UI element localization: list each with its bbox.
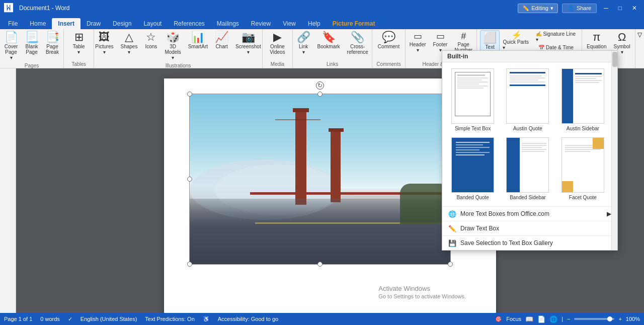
chevron-down-icon[interactable]: ▾ (550, 5, 553, 12)
symbol-dropdown-icon: ▾ (621, 49, 623, 55)
tab-design[interactable]: Design (107, 18, 137, 29)
link-dropdown-icon: ▾ (302, 49, 305, 55)
zoom-level[interactable]: 100% (626, 316, 640, 322)
handle-bottom-left[interactable] (187, 262, 192, 267)
focus-icon: 🎯 (495, 316, 502, 322)
screenshot-button[interactable]: 📷 Screenshot ▾ (232, 30, 264, 56)
textbox-banded-quote-item[interactable]: Banded Quote (445, 134, 500, 203)
save-icon: 💾 (448, 239, 456, 247)
bookmark-icon: 🔖 (322, 32, 336, 43)
share-button[interactable]: 👤 Share (562, 4, 597, 13)
handle-top-center[interactable] (317, 92, 323, 97)
document-image (190, 94, 450, 264)
title-text: Document1 - Word (19, 5, 69, 12)
tab-help[interactable]: Help (302, 18, 327, 29)
zoom-out-icon[interactable]: − (567, 316, 570, 322)
3d-models-button[interactable]: 🎲 3DModels ▾ (162, 30, 184, 62)
media-group: ▶ OnlineVideos Media (263, 29, 293, 68)
zoom-slider[interactable] (574, 318, 614, 320)
pencil-icon: ✏️ (522, 5, 529, 12)
textbox-facet-quote-item[interactable]: Facet Quote (555, 134, 610, 203)
print-layout-icon[interactable]: 📄 (537, 315, 545, 323)
dropdown-scrollbar[interactable] (611, 51, 617, 250)
textbox-austin-item[interactable]: Austin Quote (500, 65, 555, 134)
minimize-button[interactable]: ─ (601, 5, 611, 12)
table-dropdown-icon: ▾ (77, 49, 80, 55)
smartart-button[interactable]: 📊 SmartArt (185, 30, 211, 51)
tab-view[interactable]: View (277, 18, 302, 29)
bridge-tower-right (331, 129, 341, 202)
tower-cap-left (293, 108, 309, 112)
tab-picture-format[interactable]: Picture Format (327, 18, 381, 29)
shapes-icon: △ (125, 32, 133, 43)
tab-review[interactable]: Review (245, 18, 277, 29)
online-videos-button[interactable]: ▶ OnlineVideos (267, 30, 288, 56)
app-icon: 🆆 (4, 3, 13, 14)
maximize-button[interactable]: □ (615, 5, 625, 12)
text-predictions[interactable]: Text Predictions: On (145, 316, 194, 322)
handle-bottom-right[interactable] (448, 262, 453, 267)
textbox-sidebar-item[interactable]: Austin Sidebar (555, 65, 610, 134)
pictures-button[interactable]: 🖼 Pictures ▾ (92, 30, 116, 56)
tab-home[interactable]: Home (24, 18, 52, 29)
expand-icon: ▽ (637, 31, 642, 38)
smartart-icon: 📊 (191, 32, 205, 43)
read-mode-icon[interactable]: 📖 (525, 315, 533, 323)
image-container[interactable]: ↻ (189, 94, 451, 265)
focus-label[interactable]: Focus (506, 316, 521, 322)
comment-button[interactable]: 💬 Comment (375, 30, 403, 51)
zoom-thumb[interactable] (607, 316, 612, 321)
accessibility[interactable]: Accessibility: Good to go (218, 316, 278, 322)
web-layout-icon[interactable]: 🌐 (549, 315, 557, 323)
language[interactable]: English (United States) (80, 316, 137, 322)
word-count: 0 words (40, 316, 60, 322)
scrollbar-thumb[interactable] (612, 52, 617, 67)
blank-page-button[interactable]: 📃 BlankPage (22, 30, 42, 56)
pages-label: Pages (25, 63, 39, 68)
tab-layout[interactable]: Layout (137, 18, 168, 29)
link-button[interactable]: 🔗 Link ▾ (294, 30, 313, 56)
textbox-banded-sidebar-item[interactable]: Banded Sidebar (500, 134, 555, 203)
quick-parts-button[interactable]: ⚡ Quick Parts ▾ (501, 30, 532, 51)
shapes-button[interactable]: △ Shapes ▾ (117, 30, 140, 56)
handle-bottom-center[interactable] (317, 262, 323, 267)
accessibility-icon: ♿ (203, 316, 210, 322)
icons-button[interactable]: ☆ Icons (141, 30, 160, 51)
screenshot-dropdown-icon: ▾ (247, 49, 250, 55)
close-button[interactable]: ✕ (629, 5, 640, 12)
ribbon-expand-button[interactable]: ▽ (635, 29, 644, 40)
more-textboxes-item[interactable]: 🌐 More Text Boxes from Office.com ▶ (442, 206, 617, 221)
table-icon: ⊞ (74, 32, 84, 43)
handle-top-left[interactable] (187, 92, 192, 97)
more-textboxes-label: More Text Boxes from Office.com (460, 210, 549, 217)
zoom-in-icon[interactable]: + (618, 316, 621, 322)
footer-icon: ▭ (436, 32, 445, 41)
cover-page-button[interactable]: 📄 CoverPage ▾ (2, 30, 21, 62)
pages-group: 📄 CoverPage ▾ 📃 BlankPage 📑 PageBreak Pa… (0, 29, 64, 68)
tab-file[interactable]: File (2, 18, 24, 29)
bookmark-button[interactable]: 🔖 Bookmark (314, 30, 343, 51)
links-label: Links (327, 61, 338, 67)
header-button[interactable]: ▭ Header ▾ (407, 30, 429, 54)
3d-models-icon: 🎲 (166, 32, 180, 43)
chart-button[interactable]: 📈 Chart (212, 30, 231, 51)
tab-insert[interactable]: Insert (52, 18, 80, 29)
dropdown-header: Built-in (442, 51, 617, 62)
symbol-icon: Ω (618, 32, 626, 43)
tab-draw[interactable]: Draw (80, 18, 107, 29)
dropdown-arrow-icon: ▾ (10, 55, 13, 60)
signature-line-button[interactable]: ✍ Signature Line ▾ (534, 30, 579, 43)
tab-mailings[interactable]: Mailings (211, 18, 245, 29)
cross-reference-button[interactable]: 📎 Cross-reference (344, 30, 371, 56)
tab-references[interactable]: References (168, 18, 210, 29)
draw-textbox-item[interactable]: ✏️ Draw Text Box (442, 221, 617, 235)
table-button[interactable]: ⊞ Table ▾ (69, 30, 89, 56)
page-break-button[interactable]: 📑 PageBreak (43, 30, 62, 56)
cover-page-icon: 📄 (5, 32, 18, 43)
rotate-handle[interactable]: ↻ (316, 82, 324, 90)
handle-middle-left[interactable] (187, 177, 192, 182)
textbox-simple-item[interactable]: Simple Text Box (445, 65, 500, 134)
save-selection-item[interactable]: 💾 Save Selection to Text Box Gallery (442, 235, 617, 250)
header-icon: ▭ (414, 32, 422, 41)
link-icon: 🔗 (297, 32, 310, 43)
